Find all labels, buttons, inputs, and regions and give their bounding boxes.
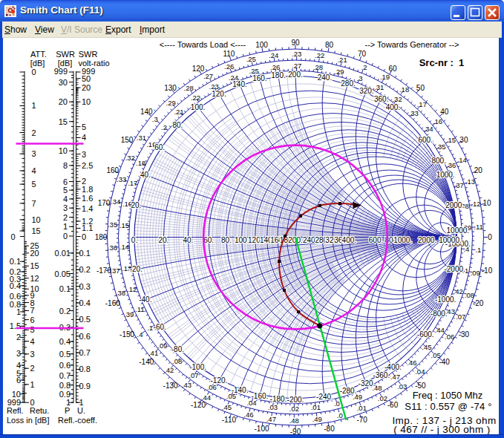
- svg-text:ATT.: ATT.: [30, 50, 47, 59]
- svg-text:U.: U.: [77, 406, 85, 415]
- svg-text:-320.: -320.: [359, 379, 376, 388]
- svg-text:.43: .43: [182, 381, 192, 389]
- svg-text:400.: 400.: [386, 103, 400, 111]
- svg-text:100: 100: [255, 41, 268, 49]
- svg-text:.37: .37: [454, 181, 464, 189]
- svg-text:.0: .0: [334, 399, 340, 408]
- svg-text:.47: .47: [266, 415, 276, 423]
- svg-text:0.8: 0.8: [59, 381, 71, 390]
- svg-text:20: 20: [474, 166, 483, 174]
- svg-text:.16: .16: [433, 117, 442, 125]
- svg-text:60: 60: [388, 65, 397, 73]
- svg-text:320.: 320.: [359, 87, 373, 95]
- svg-text:--> Towards Generator -->: --> Towards Generator -->: [365, 40, 459, 49]
- svg-text:SWR: SWR: [56, 50, 75, 59]
- svg-text:60.: 60.: [154, 143, 165, 151]
- svg-text:.03: .03: [268, 403, 278, 411]
- svg-text:0.7: 0.7: [79, 348, 91, 357]
- svg-text:1000.: 1000.: [393, 236, 412, 244]
- svg-text:0.6: 0.6: [79, 332, 91, 341]
- svg-text:-110: -110: [222, 416, 237, 424]
- svg-text:7: 7: [30, 306, 35, 315]
- svg-text:-170: -170: [96, 267, 111, 275]
- svg-text:150: 150: [121, 136, 134, 144]
- svg-text:.36: .36: [108, 243, 117, 252]
- svg-text:50: 50: [416, 84, 425, 92]
- svg-text:0.4: 0.4: [59, 337, 71, 346]
- svg-text:P: P: [65, 406, 70, 415]
- svg-text:.08: .08: [465, 291, 474, 299]
- svg-text:90: 90: [291, 39, 300, 47]
- svg-text:15: 15: [30, 261, 39, 270]
- svg-text:.24: .24: [269, 51, 278, 59]
- svg-text:600.: 600.: [369, 236, 383, 244]
- svg-text:140: 140: [140, 108, 153, 116]
- svg-text:1.8: 1.8: [82, 185, 93, 194]
- svg-text:.27: .27: [203, 72, 213, 80]
- svg-text:400.: 400.: [342, 236, 356, 244]
- svg-text:110: 110: [223, 50, 235, 58]
- svg-text:.02: .02: [378, 394, 387, 402]
- svg-text:.35: .35: [108, 220, 117, 229]
- svg-text:-140.: -140.: [232, 386, 249, 394]
- svg-text:40.: 40.: [140, 171, 151, 179]
- svg-text:10000.: 10000.: [447, 226, 470, 235]
- svg-text:Refl.: Refl.: [7, 406, 24, 415]
- svg-text:-40.: -40.: [139, 295, 151, 304]
- svg-text:.36: .36: [446, 161, 456, 169]
- svg-text:.25: .25: [246, 55, 256, 63]
- svg-text:1.4: 1.4: [82, 204, 93, 213]
- svg-text:.29: .29: [334, 68, 344, 76]
- svg-text:-20.: -20.: [130, 265, 143, 273]
- svg-text:0: 0: [32, 68, 36, 76]
- svg-text:.22: .22: [315, 51, 324, 59]
- svg-text:2: 2: [16, 333, 21, 341]
- svg-text:4: 4: [16, 361, 21, 370]
- svg-text:-50: -50: [415, 382, 426, 390]
- svg-text:170: 170: [98, 199, 111, 207]
- svg-text:360.: 360.: [374, 95, 388, 103]
- svg-text:-30: -30: [459, 330, 470, 339]
- svg-text:2000.: 2000.: [445, 201, 464, 209]
- svg-text:.1: .1: [475, 246, 481, 254]
- svg-text:-280.: -280.: [340, 387, 357, 395]
- svg-text:-80: -80: [324, 425, 335, 433]
- svg-text:0: 0: [488, 233, 492, 241]
- svg-text:Loss in [dB]: Loss in [dB]: [7, 416, 49, 425]
- svg-text:4: 4: [32, 166, 36, 175]
- svg-text:80: 80: [325, 41, 334, 49]
- svg-text:.2: .2: [161, 123, 167, 131]
- svg-text:20.: 20.: [158, 236, 168, 244]
- svg-text:160.: 160.: [252, 74, 266, 82]
- svg-text:.19: .19: [380, 73, 390, 81]
- svg-text:.07: .07: [189, 371, 198, 379]
- svg-text:.13: .13: [465, 177, 475, 186]
- svg-text:4: 4: [63, 195, 68, 203]
- svg-text:.31: .31: [137, 134, 146, 142]
- svg-text:6: 6: [63, 177, 68, 186]
- svg-text:[dB]: [dB]: [58, 59, 73, 68]
- svg-text:0.4: 0.4: [79, 298, 91, 307]
- svg-text:-130: -130: [163, 382, 178, 390]
- svg-text:7: 7: [32, 199, 36, 208]
- svg-text:1: 1: [63, 222, 68, 231]
- svg-text:1000.: 1000.: [436, 171, 455, 179]
- svg-text:1: 1: [30, 380, 35, 389]
- svg-text:.29: .29: [166, 99, 176, 107]
- svg-text:.47: .47: [390, 373, 400, 381]
- svg-text:.21: .21: [174, 108, 183, 116]
- svg-text:10000.: 10000.: [439, 236, 462, 244]
- svg-text:10: 10: [82, 97, 91, 106]
- svg-text:-100.: -100.: [189, 363, 206, 371]
- svg-text:200.: 200.: [288, 71, 302, 79]
- svg-text:40: 40: [440, 108, 449, 116]
- svg-text:.34: .34: [111, 197, 120, 206]
- svg-text:.45: .45: [222, 403, 232, 411]
- svg-text:.34: .34: [423, 125, 433, 133]
- svg-text:-160: -160: [105, 299, 120, 307]
- svg-text:-360.: -360.: [373, 371, 390, 379]
- svg-text:.06: .06: [445, 333, 454, 341]
- svg-text:-120.: -120.: [211, 376, 228, 385]
- svg-text:1: 1: [32, 101, 36, 110]
- svg-text:15: 15: [32, 226, 41, 235]
